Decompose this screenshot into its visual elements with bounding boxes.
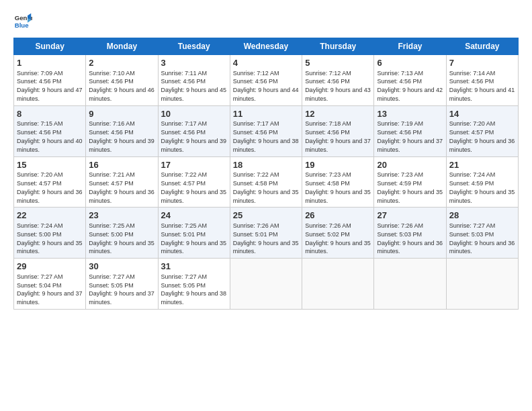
calendar-week-row: 22Sunrise: 7:24 AMSunset: 5:00 PMDayligh… (14, 208, 519, 259)
calendar-cell: 23Sunrise: 7:25 AMSunset: 5:00 PMDayligh… (86, 208, 158, 259)
day-number: 29 (17, 261, 83, 273)
day-number: 9 (89, 108, 154, 120)
calendar-cell: 7Sunrise: 7:14 AMSunset: 4:56 PMDaylight… (446, 55, 518, 106)
day-number: 16 (89, 159, 154, 171)
logo: General Blue (13, 12, 32, 31)
calendar-cell: 3Sunrise: 7:11 AMSunset: 4:56 PMDaylight… (158, 55, 230, 106)
day-number: 8 (17, 108, 83, 120)
calendar-cell: 24Sunrise: 7:25 AMSunset: 5:01 PMDayligh… (158, 208, 230, 259)
calendar-cell: 9Sunrise: 7:16 AMSunset: 4:56 PMDaylight… (86, 105, 158, 156)
calendar-cell: 1Sunrise: 7:09 AMSunset: 4:56 PMDaylight… (14, 55, 86, 106)
day-of-week-header: Monday (86, 38, 158, 55)
calendar-cell: 14Sunrise: 7:20 AMSunset: 4:57 PMDayligh… (446, 105, 518, 156)
day-number: 21 (449, 159, 515, 171)
cell-info: Sunrise: 7:27 AMSunset: 5:05 PMDaylight:… (161, 273, 227, 306)
cell-info: Sunrise: 7:26 AMSunset: 5:03 PMDaylight:… (377, 222, 443, 255)
cell-info: Sunrise: 7:12 AMSunset: 4:56 PMDaylight:… (305, 70, 371, 102)
calendar-cell: 22Sunrise: 7:24 AMSunset: 5:00 PMDayligh… (14, 208, 86, 259)
day-number: 25 (233, 210, 299, 222)
cell-info: Sunrise: 7:25 AMSunset: 5:00 PMDaylight:… (89, 222, 154, 255)
cell-info: Sunrise: 7:20 AMSunset: 4:57 PMDaylight:… (17, 171, 83, 203)
day-number: 2 (89, 57, 154, 69)
cell-info: Sunrise: 7:24 AMSunset: 4:59 PMDaylight:… (449, 171, 515, 203)
calendar-cell: 28Sunrise: 7:27 AMSunset: 5:03 PMDayligh… (446, 208, 518, 259)
day-number: 20 (377, 159, 443, 171)
cell-info: Sunrise: 7:27 AMSunset: 5:03 PMDaylight:… (449, 222, 515, 255)
calendar-cell: 27Sunrise: 7:26 AMSunset: 5:03 PMDayligh… (374, 208, 446, 259)
day-number: 3 (161, 57, 227, 69)
day-number: 1 (17, 57, 83, 69)
calendar-cell: 16Sunrise: 7:21 AMSunset: 4:57 PMDayligh… (86, 156, 158, 208)
header: General Blue (13, 12, 519, 31)
calendar-cell: 19Sunrise: 7:23 AMSunset: 4:58 PMDayligh… (302, 156, 374, 208)
calendar-cell: 6Sunrise: 7:13 AMSunset: 4:56 PMDaylight… (374, 55, 446, 106)
day-number: 5 (305, 57, 371, 69)
calendar-week-row: 8Sunrise: 7:15 AMSunset: 4:56 PMDaylight… (14, 105, 519, 156)
day-number: 17 (161, 159, 227, 171)
cell-info: Sunrise: 7:17 AMSunset: 4:56 PMDaylight:… (161, 120, 227, 152)
day-number: 7 (449, 57, 515, 69)
day-number: 19 (305, 159, 371, 171)
calendar-week-row: 1Sunrise: 7:09 AMSunset: 4:56 PMDaylight… (14, 55, 519, 106)
calendar-cell: 31Sunrise: 7:27 AMSunset: 5:05 PMDayligh… (158, 259, 230, 310)
day-of-week-header: Tuesday (158, 38, 230, 55)
cell-info: Sunrise: 7:10 AMSunset: 4:56 PMDaylight:… (89, 70, 154, 102)
day-number: 11 (233, 108, 299, 120)
cell-info: Sunrise: 7:26 AMSunset: 5:02 PMDaylight:… (305, 222, 371, 255)
calendar-cell: 30Sunrise: 7:27 AMSunset: 5:05 PMDayligh… (86, 259, 158, 310)
calendar-week-row: 15Sunrise: 7:20 AMSunset: 4:57 PMDayligh… (14, 156, 519, 208)
day-number: 22 (17, 210, 83, 222)
day-number: 10 (161, 108, 227, 120)
day-number: 15 (17, 159, 83, 171)
cell-info: Sunrise: 7:27 AMSunset: 5:05 PMDaylight:… (89, 273, 154, 306)
cell-info: Sunrise: 7:12 AMSunset: 4:56 PMDaylight:… (233, 70, 299, 102)
day-of-week-header: Wednesday (230, 38, 302, 55)
cell-info: Sunrise: 7:11 AMSunset: 4:56 PMDaylight:… (161, 70, 227, 102)
calendar-header-row: SundayMondayTuesdayWednesdayThursdayFrid… (14, 38, 519, 55)
svg-text:Blue: Blue (15, 21, 29, 29)
calendar-cell: 10Sunrise: 7:17 AMSunset: 4:56 PMDayligh… (158, 105, 230, 156)
day-number: 28 (449, 210, 515, 222)
calendar-cell: 17Sunrise: 7:22 AMSunset: 4:57 PMDayligh… (158, 156, 230, 208)
cell-info: Sunrise: 7:21 AMSunset: 4:57 PMDaylight:… (89, 171, 154, 203)
cell-info: Sunrise: 7:17 AMSunset: 4:56 PMDaylight:… (233, 120, 299, 152)
calendar-cell: 25Sunrise: 7:26 AMSunset: 5:01 PMDayligh… (230, 208, 302, 259)
calendar-cell (446, 259, 518, 310)
day-number: 12 (305, 108, 371, 120)
cell-info: Sunrise: 7:19 AMSunset: 4:56 PMDaylight:… (377, 120, 443, 152)
calendar-cell: 12Sunrise: 7:18 AMSunset: 4:56 PMDayligh… (302, 105, 374, 156)
day-number: 4 (233, 57, 299, 69)
calendar-cell (230, 259, 302, 310)
cell-info: Sunrise: 7:23 AMSunset: 4:58 PMDaylight:… (305, 171, 371, 203)
cell-info: Sunrise: 7:22 AMSunset: 4:58 PMDaylight:… (233, 171, 299, 203)
cell-info: Sunrise: 7:20 AMSunset: 4:57 PMDaylight:… (449, 120, 515, 152)
day-number: 14 (449, 108, 515, 120)
calendar-cell: 4Sunrise: 7:12 AMSunset: 4:56 PMDaylight… (230, 55, 302, 106)
cell-info: Sunrise: 7:25 AMSunset: 5:01 PMDaylight:… (161, 222, 227, 255)
cell-info: Sunrise: 7:13 AMSunset: 4:56 PMDaylight:… (377, 70, 443, 102)
day-of-week-header: Saturday (446, 38, 518, 55)
cell-info: Sunrise: 7:23 AMSunset: 4:59 PMDaylight:… (377, 171, 443, 203)
day-number: 23 (89, 210, 154, 222)
calendar-week-row: 29Sunrise: 7:27 AMSunset: 5:04 PMDayligh… (14, 259, 519, 310)
day-number: 18 (233, 159, 299, 171)
day-number: 27 (377, 210, 443, 222)
day-number: 26 (305, 210, 371, 222)
calendar-cell: 2Sunrise: 7:10 AMSunset: 4:56 PMDaylight… (86, 55, 158, 106)
cell-info: Sunrise: 7:27 AMSunset: 5:04 PMDaylight:… (17, 273, 83, 306)
page: General Blue SundayMondayTuesdayWednesda… (0, 0, 532, 411)
calendar-cell: 11Sunrise: 7:17 AMSunset: 4:56 PMDayligh… (230, 105, 302, 156)
day-number: 31 (161, 261, 227, 273)
logo-icon: General Blue (13, 12, 32, 31)
calendar-cell: 18Sunrise: 7:22 AMSunset: 4:58 PMDayligh… (230, 156, 302, 208)
calendar-cell: 26Sunrise: 7:26 AMSunset: 5:02 PMDayligh… (302, 208, 374, 259)
cell-info: Sunrise: 7:15 AMSunset: 4:56 PMDaylight:… (17, 120, 83, 152)
day-number: 6 (377, 57, 443, 69)
calendar-cell: 21Sunrise: 7:24 AMSunset: 4:59 PMDayligh… (446, 156, 518, 208)
calendar-cell: 8Sunrise: 7:15 AMSunset: 4:56 PMDaylight… (14, 105, 86, 156)
cell-info: Sunrise: 7:18 AMSunset: 4:56 PMDaylight:… (305, 120, 371, 152)
calendar-cell: 5Sunrise: 7:12 AMSunset: 4:56 PMDaylight… (302, 55, 374, 106)
cell-info: Sunrise: 7:16 AMSunset: 4:56 PMDaylight:… (89, 120, 154, 152)
cell-info: Sunrise: 7:14 AMSunset: 4:56 PMDaylight:… (449, 70, 515, 102)
calendar-cell: 15Sunrise: 7:20 AMSunset: 4:57 PMDayligh… (14, 156, 86, 208)
